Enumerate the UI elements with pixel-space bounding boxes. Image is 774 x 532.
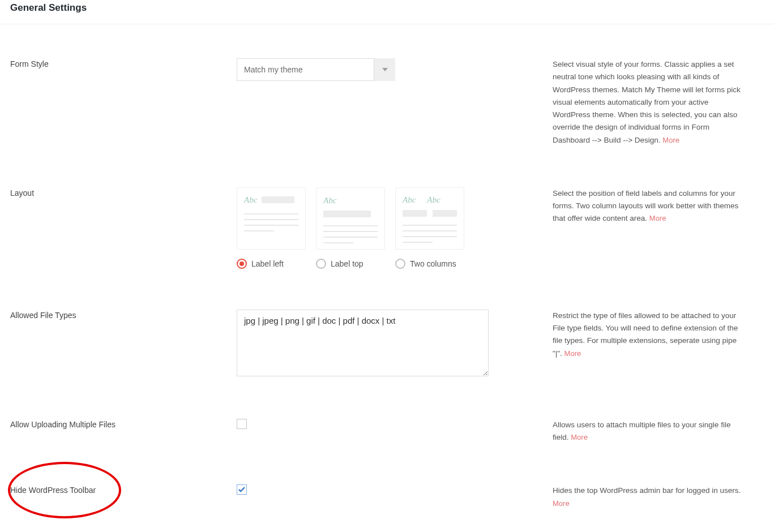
radio-label-text: Two columns xyxy=(410,259,456,268)
radio-label-text: Label top xyxy=(331,259,364,268)
layout-more-link[interactable]: More xyxy=(649,214,666,222)
allowed-file-types-control xyxy=(237,310,542,378)
form-style-control: Match my theme xyxy=(237,58,542,81)
setting-row-allow-multiple: Allow Uploading Multiple Files Allows us… xyxy=(10,398,764,465)
layout-option-label-left[interactable]: Abc Label left xyxy=(237,187,306,269)
allow-multiple-help: Allows users to attach multiple files to… xyxy=(542,419,764,444)
form-style-help: Select visual style of your forms. Class… xyxy=(542,58,764,147)
abc-label: Abc xyxy=(244,196,257,204)
allowed-file-types-input[interactable] xyxy=(237,310,489,376)
layout-label: Layout xyxy=(10,187,237,198)
layout-card-two-columns: Abc Abc xyxy=(395,187,464,250)
layout-control: Abc Label left xyxy=(237,187,542,269)
check-icon xyxy=(238,487,245,492)
layout-option-two-columns[interactable]: Abc Abc xyxy=(395,187,464,269)
hide-toolbar-help: Hides the top WordPress admin bar for lo… xyxy=(542,484,764,510)
radio-icon xyxy=(395,259,405,269)
radio-label-top[interactable]: Label top xyxy=(316,259,385,269)
hide-toolbar-more-link[interactable]: More xyxy=(553,499,570,508)
radio-icon xyxy=(316,259,326,269)
layout-option-label-top[interactable]: Abc Label top xyxy=(316,187,385,269)
hide-toolbar-control xyxy=(237,484,542,495)
radio-label-text: Label left xyxy=(251,259,284,268)
allow-multiple-control xyxy=(237,419,542,429)
setting-row-layout: Layout Abc xyxy=(10,167,764,289)
allow-multiple-label: Allow Uploading Multiple Files xyxy=(10,419,237,429)
abc-label: Abc xyxy=(427,196,440,204)
allowed-file-types-help: Restrict the type of files allowed to be… xyxy=(542,310,764,360)
radio-two-columns[interactable]: Two columns xyxy=(395,259,464,269)
setting-row-allowed-file-types: Allowed File Types Restrict the type of … xyxy=(10,289,764,398)
form-style-more-link[interactable]: More xyxy=(662,136,679,144)
abc-label: Abc xyxy=(403,196,416,204)
setting-row-hide-toolbar: Hide WordPress Toolbar Hides the top Wor… xyxy=(10,464,764,530)
hide-toolbar-checkbox[interactable] xyxy=(237,484,247,495)
form-style-help-text: Select visual style of your forms. Class… xyxy=(553,60,741,144)
form-style-select[interactable]: Match my theme xyxy=(237,58,395,81)
radio-icon xyxy=(237,259,247,269)
hide-toolbar-label: Hide WordPress Toolbar xyxy=(10,484,237,495)
allowed-file-types-label: Allowed File Types xyxy=(10,310,237,320)
layout-help-text: Select the position of field labels and … xyxy=(553,189,738,223)
setting-row-form-style: Form Style Match my theme Select visual … xyxy=(10,36,764,167)
page-title: General Settings xyxy=(0,0,774,24)
layout-help: Select the position of field labels and … xyxy=(542,187,764,225)
hide-toolbar-help-text: Hides the top WordPress admin bar for lo… xyxy=(553,486,741,495)
allow-multiple-more-link[interactable]: More xyxy=(571,433,588,441)
form-style-label: Form Style xyxy=(10,58,237,68)
layout-card-label-left: Abc xyxy=(237,187,306,250)
abc-label: Abc xyxy=(323,196,336,205)
allow-multiple-checkbox[interactable] xyxy=(237,419,247,429)
radio-label-left[interactable]: Label left xyxy=(237,259,306,269)
settings-body: Form Style Match my theme Select visual … xyxy=(0,24,774,532)
allowed-file-types-more-link[interactable]: More xyxy=(565,349,581,358)
layout-card-label-top: Abc xyxy=(316,187,385,250)
